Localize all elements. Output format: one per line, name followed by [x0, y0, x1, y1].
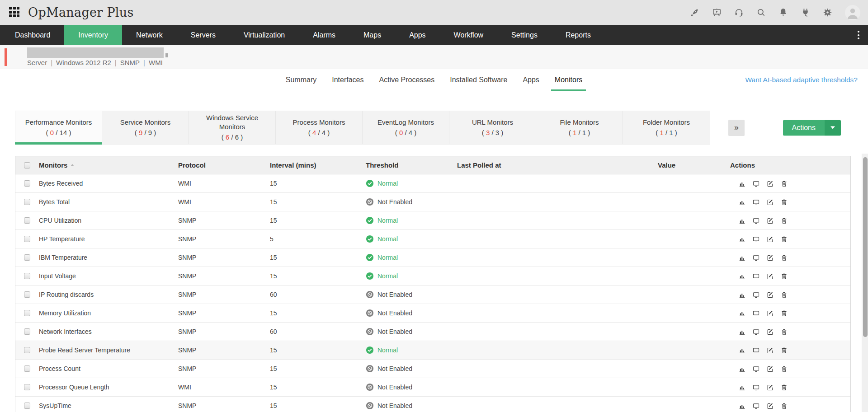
performance-chart-icon[interactable] — [738, 217, 746, 225]
monitor-tab-performance-monitors[interactable]: Performance Monitors( 0 / 14 ) — [15, 111, 102, 144]
search-icon[interactable] — [756, 7, 766, 18]
performance-chart-icon[interactable] — [738, 365, 746, 373]
monitor-tab-windows-service-monitors[interactable]: Windows Service Monitors( 6 / 6 ) — [189, 111, 276, 144]
actions-dropdown-arrow-icon[interactable] — [825, 120, 841, 136]
gear-icon[interactable] — [822, 7, 833, 18]
delete-icon[interactable] — [780, 346, 788, 354]
delete-icon[interactable] — [780, 272, 788, 280]
edit-icon[interactable] — [766, 365, 774, 373]
monitor-display-icon[interactable] — [752, 402, 760, 410]
monitor-tab-process-monitors[interactable]: Process Monitors( 4 / 4 ) — [276, 111, 363, 144]
monitor-display-icon[interactable] — [752, 235, 760, 243]
monitor-display-icon[interactable] — [752, 291, 760, 299]
monitor-tab-url-monitors[interactable]: URL Monitors( 3 / 3 ) — [449, 111, 536, 144]
ai-adaptive-thresholds-link[interactable]: Want AI-based adaptive thresholds? — [745, 69, 858, 91]
delete-icon[interactable] — [780, 198, 788, 206]
performance-chart-icon[interactable] — [738, 328, 746, 336]
row-checkbox[interactable] — [24, 328, 30, 335]
row-checkbox[interactable] — [24, 199, 30, 205]
nav-item-alarms[interactable]: Alarms — [299, 25, 349, 45]
delete-icon[interactable] — [780, 365, 788, 373]
monitor-display-icon[interactable] — [752, 217, 760, 225]
row-checkbox[interactable] — [24, 347, 30, 353]
row-checkbox[interactable] — [24, 254, 30, 261]
delete-icon[interactable] — [780, 217, 788, 225]
select-all-checkbox[interactable] — [24, 162, 30, 169]
monitor-display-icon[interactable] — [752, 180, 760, 187]
row-checkbox[interactable] — [24, 217, 30, 224]
nav-item-servers[interactable]: Servers — [177, 25, 230, 45]
more-tabs-button[interactable]: » — [728, 120, 745, 136]
presentation-icon[interactable] — [712, 7, 722, 18]
tab-interfaces[interactable]: Interfaces — [331, 69, 364, 91]
monitor-tab-service-monitors[interactable]: Service Monitors( 9 / 9 ) — [102, 111, 189, 144]
edit-icon[interactable] — [766, 180, 774, 187]
edit-icon[interactable] — [766, 235, 774, 243]
nav-item-network[interactable]: Network — [122, 25, 177, 45]
delete-icon[interactable] — [780, 384, 788, 391]
tab-installed-software[interactable]: Installed Software — [449, 69, 508, 91]
plugin-icon[interactable] — [800, 7, 811, 18]
nav-item-settings[interactable]: Settings — [497, 25, 552, 45]
monitor-display-icon[interactable] — [752, 328, 760, 336]
performance-chart-icon[interactable] — [738, 254, 746, 262]
monitor-tab-folder-monitors[interactable]: Folder Monitors( 1 / 1 ) — [623, 111, 710, 144]
performance-chart-icon[interactable] — [738, 291, 746, 299]
delete-icon[interactable] — [780, 254, 788, 262]
nav-item-virtualization[interactable]: Virtualization — [230, 25, 299, 45]
column-header-monitors[interactable]: Monitors — [39, 161, 178, 169]
rocket-icon[interactable] — [689, 7, 700, 18]
monitor-tab-eventlog-monitors[interactable]: EventLog Monitors( 0 / 4 ) — [363, 111, 449, 144]
monitor-display-icon[interactable] — [752, 254, 760, 262]
row-checkbox[interactable] — [24, 236, 30, 242]
delete-icon[interactable] — [780, 328, 788, 336]
column-header-protocol[interactable]: Protocol — [178, 161, 270, 169]
edit-icon[interactable] — [766, 309, 774, 317]
performance-chart-icon[interactable] — [738, 384, 746, 391]
edit-icon[interactable] — [766, 291, 774, 299]
row-checkbox[interactable] — [24, 180, 30, 187]
monitor-tab-file-monitors[interactable]: File Monitors( 1 / 1 ) — [536, 111, 623, 144]
edit-icon[interactable] — [766, 198, 774, 206]
performance-chart-icon[interactable] — [738, 272, 746, 280]
bell-icon[interactable] — [778, 7, 788, 18]
delete-icon[interactable] — [780, 180, 788, 187]
monitor-display-icon[interactable] — [752, 309, 760, 317]
actions-button-label[interactable]: Actions — [783, 120, 825, 136]
performance-chart-icon[interactable] — [738, 198, 746, 206]
nav-item-dashboard[interactable]: Dashboard — [0, 25, 64, 45]
column-header-interval-mins[interactable]: Interval (mins) — [270, 161, 366, 169]
edit-icon[interactable] — [766, 346, 774, 354]
delete-icon[interactable] — [780, 309, 788, 317]
nav-overflow-menu-icon[interactable] — [854, 25, 863, 45]
delete-icon[interactable] — [780, 291, 788, 299]
column-header-value[interactable]: Value — [658, 161, 730, 169]
performance-chart-icon[interactable] — [738, 346, 746, 354]
performance-chart-icon[interactable] — [738, 235, 746, 243]
row-checkbox[interactable] — [24, 310, 30, 316]
row-checkbox[interactable] — [24, 273, 30, 279]
nav-item-reports[interactable]: Reports — [552, 25, 605, 45]
monitor-display-icon[interactable] — [752, 198, 760, 206]
vertical-scrollbar[interactable] — [862, 154, 868, 412]
tab-apps[interactable]: Apps — [522, 69, 540, 91]
performance-chart-icon[interactable] — [738, 309, 746, 317]
user-avatar[interactable] — [844, 5, 861, 21]
nav-item-inventory[interactable]: Inventory — [64, 25, 122, 45]
sort-icon[interactable] — [71, 164, 74, 166]
edit-icon[interactable] — [766, 402, 774, 410]
tab-summary[interactable]: Summary — [285, 69, 317, 91]
edit-icon[interactable] — [766, 254, 774, 262]
monitor-display-icon[interactable] — [752, 272, 760, 280]
monitor-display-icon[interactable] — [752, 346, 760, 354]
performance-chart-icon[interactable] — [738, 180, 746, 187]
apps-grid-icon[interactable] — [9, 7, 20, 18]
delete-icon[interactable] — [780, 402, 788, 410]
row-checkbox[interactable] — [24, 384, 30, 390]
nav-item-apps[interactable]: Apps — [395, 25, 439, 45]
edit-icon[interactable] — [766, 384, 774, 391]
nav-item-maps[interactable]: Maps — [349, 25, 395, 45]
row-checkbox[interactable] — [24, 403, 30, 409]
actions-button[interactable]: Actions — [783, 120, 841, 136]
edit-icon[interactable] — [766, 328, 774, 336]
